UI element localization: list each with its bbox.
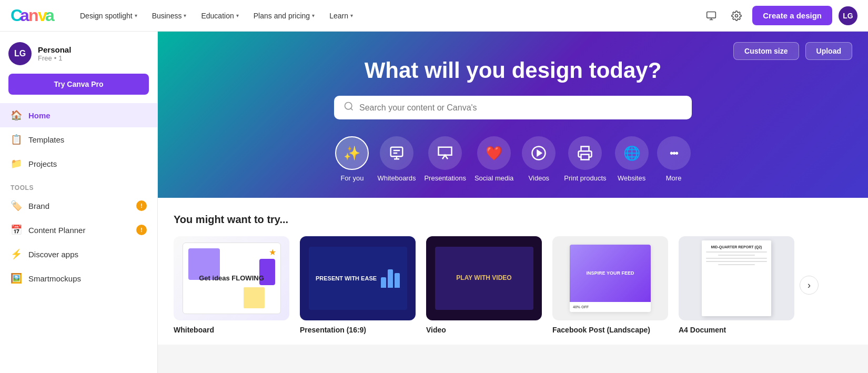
sidebar-item-smartmockups-label: Smartmockups	[28, 274, 81, 283]
menu-item-learn[interactable]: Learn ▾	[323, 7, 359, 24]
chevron-down-icon: ▾	[350, 13, 353, 18]
home-icon: 🏠	[11, 109, 22, 121]
sidebar-item-content-planner-label: Content Planner	[28, 226, 85, 235]
search-input[interactable]	[359, 103, 682, 113]
sidebar-item-discover-apps-label: Discover apps	[28, 250, 78, 259]
videos-icon	[522, 136, 556, 170]
menu-item-education[interactable]: Education ▾	[195, 7, 245, 24]
chevron-down-icon: ▾	[184, 13, 186, 18]
category-pill-websites-label: Websites	[618, 174, 645, 182]
category-pill-presentations[interactable]: Presentations	[424, 136, 466, 182]
svg-rect-8	[391, 147, 403, 157]
sidebar-item-projects-label: Projects	[28, 159, 57, 168]
tools-section-label: Tools	[0, 176, 157, 194]
category-pill-websites[interactable]: 🌐 Websites	[615, 136, 649, 182]
svg-rect-5	[707, 12, 716, 18]
card-video-thumb: PLAY WITH VIDEO	[426, 236, 542, 320]
card-presentation-label: Presentation (16:9)	[300, 326, 416, 334]
card-whiteboard-thumb: Get ideas FLOWING ★	[174, 236, 289, 320]
projects-icon: 📁	[11, 158, 22, 169]
a4-line-4	[706, 261, 767, 262]
hero-search-bar[interactable]	[334, 96, 692, 119]
more-icon: •••	[657, 136, 691, 170]
card-facebook-label: Facebook Post (Landscape)	[552, 326, 668, 334]
sidebar-item-content-planner[interactable]: 📅 Content Planner !	[0, 218, 157, 242]
user-avatar[interactable]: LG	[839, 6, 857, 25]
category-pill-videos[interactable]: Videos	[522, 136, 556, 182]
try-canva-pro-button[interactable]: Try Canva Pro	[8, 74, 149, 95]
create-design-button[interactable]: Create a design	[752, 6, 832, 25]
a4-title-text: MID-QUARTER REPORT (Q2)	[706, 245, 767, 249]
sidebar-user-plan: Free • 1	[38, 54, 71, 62]
card-a4-label: A4 Document	[679, 326, 794, 334]
settings-icon-button[interactable]	[727, 6, 746, 25]
card-facebook-thumb: INSPIRE YOUR FEED 40% OFF	[552, 236, 668, 320]
card-whiteboard[interactable]: Get ideas FLOWING ★ Whiteboard	[174, 236, 289, 334]
sidebar-item-projects[interactable]: 📁 Projects	[0, 152, 157, 176]
whiteboard-text: Get ideas FLOWING	[199, 274, 264, 283]
category-pill-for-you[interactable]: ✨ For you	[335, 136, 369, 182]
a4-line-5	[718, 264, 755, 265]
sidebar-navigation: 🏠 Home 📋 Templates 📁 Projects	[0, 103, 157, 176]
chevron-down-icon: ▾	[135, 13, 137, 18]
menu-item-plans[interactable]: Plans and pricing ▾	[247, 7, 321, 24]
svg-rect-11	[581, 155, 589, 160]
top-navigation: C a n v a Design spotlight ▾ Business ▾ …	[0, 0, 868, 32]
sidebar-item-smartmockups[interactable]: 🖼️ Smartmockups	[0, 266, 157, 290]
content-planner-badge: !	[136, 225, 147, 235]
sidebar-item-templates[interactable]: 📋 Templates	[0, 127, 157, 152]
card-whiteboard-label: Whiteboard	[174, 326, 289, 334]
category-pill-more-label: More	[666, 174, 682, 182]
upload-button[interactable]: Upload	[805, 42, 852, 60]
category-pill-social-media-label: Social media	[475, 174, 513, 182]
menu-item-design-spotlight[interactable]: Design spotlight ▾	[74, 7, 144, 24]
category-pill-more[interactable]: ••• More	[657, 136, 691, 182]
card-facebook[interactable]: INSPIRE YOUR FEED 40% OFF Facebook Post …	[552, 236, 668, 334]
sidebar-item-discover-apps[interactable]: ⚡ Discover apps	[0, 242, 157, 266]
card-presentation[interactable]: PRESENT WITH EASE Presentation (16:9)	[300, 236, 416, 334]
whiteboard-inner: Get ideas FLOWING ★	[183, 243, 281, 314]
video-inner: PLAY WITH VIDEO	[435, 247, 533, 310]
card-a4[interactable]: MID-QUARTER REPORT (Q2) A4 Document	[679, 236, 794, 334]
sidebar-user-name: Personal	[38, 45, 71, 54]
chevron-down-icon: ▾	[236, 13, 239, 18]
monitor-icon-button[interactable]	[702, 6, 721, 25]
category-pill-whiteboards[interactable]: Whiteboards	[377, 136, 416, 182]
presentation-bars	[381, 269, 400, 288]
brand-icon: 🏷️	[11, 200, 22, 211]
social-media-icon: ❤️	[477, 136, 511, 170]
category-pill-social-media[interactable]: ❤️ Social media	[475, 136, 513, 182]
a4-inner: MID-QUARTER REPORT (Q2)	[702, 240, 771, 316]
canva-logo[interactable]: C a n v a	[11, 6, 58, 25]
smartmockups-icon: 🖼️	[11, 273, 22, 284]
category-pill-print-products[interactable]: Print products	[564, 136, 606, 182]
print-products-icon	[568, 136, 602, 170]
sidebar-item-brand[interactable]: 🏷️ Brand !	[0, 194, 157, 218]
cards-next-button[interactable]: ›	[800, 276, 819, 295]
cards-row: Get ideas FLOWING ★ Whiteboard PRESENT W…	[174, 236, 794, 334]
category-pill-for-you-label: For you	[340, 174, 364, 182]
bar-1	[381, 277, 386, 288]
card-video[interactable]: PLAY WITH VIDEO Video	[426, 236, 542, 334]
bar-3	[395, 273, 400, 288]
category-pill-videos-label: Videos	[529, 174, 550, 182]
video-text: PLAY WITH VIDEO	[456, 274, 511, 283]
custom-size-button[interactable]: Custom size	[733, 42, 799, 60]
svg-point-6	[735, 14, 738, 17]
main-content: Custom size Upload What will you design …	[158, 32, 868, 373]
svg-text:n: n	[28, 6, 39, 25]
facebook-text: INSPIRE YOUR FEED	[587, 270, 634, 277]
menu-item-business[interactable]: Business ▾	[146, 7, 193, 24]
category-pill-print-products-label: Print products	[564, 174, 606, 182]
hero-title: What will you design today?	[365, 58, 662, 83]
star-icon: ★	[269, 247, 276, 257]
wb-decoration-yellow	[244, 287, 265, 308]
facebook-inner: INSPIRE YOUR FEED 40% OFF	[570, 245, 651, 312]
top-right-actions: Create a design LG	[702, 6, 857, 25]
main-layout: LG Personal Free • 1 Try Canva Pro 🏠 Hom…	[0, 32, 868, 373]
facebook-img-area: INSPIRE YOUR FEED	[570, 245, 651, 302]
try-section: You might want to try... Get ideas FLOWI…	[158, 198, 868, 345]
sidebar-item-home[interactable]: 🏠 Home	[0, 103, 157, 127]
sidebar: LG Personal Free • 1 Try Canva Pro 🏠 Hom…	[0, 32, 158, 373]
svg-point-7	[345, 103, 352, 109]
